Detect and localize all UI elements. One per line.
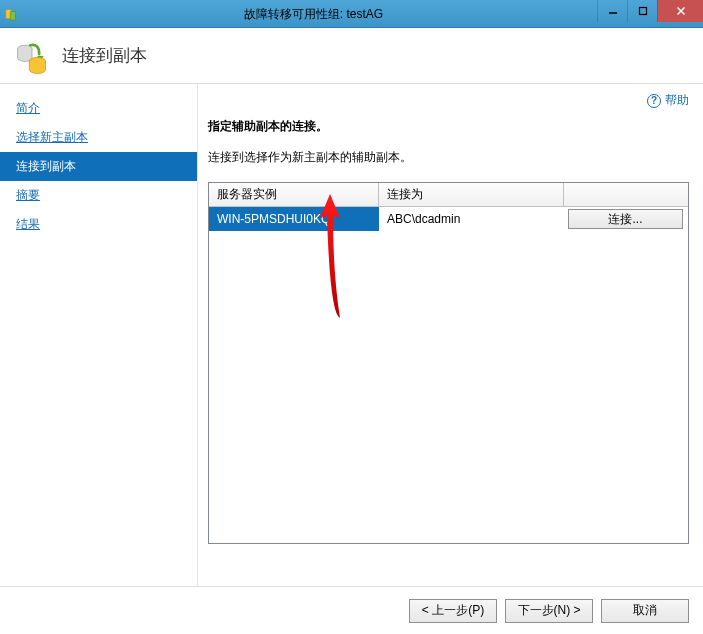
next-button[interactable]: 下一步(N) > xyxy=(505,599,593,623)
nav-item-connect-replica[interactable]: 连接到副本 xyxy=(0,152,197,181)
nav-item-intro[interactable]: 简介 xyxy=(0,94,197,123)
help-icon: ? xyxy=(647,94,661,108)
connect-button[interactable]: 连接... xyxy=(568,209,683,229)
close-button[interactable] xyxy=(657,0,703,22)
svg-rect-1 xyxy=(10,11,15,20)
cell-connect-as: ABC\dcadmin xyxy=(379,207,564,231)
nav-item-summary[interactable]: 摘要 xyxy=(0,181,197,210)
cancel-button[interactable]: 取消 xyxy=(601,599,689,623)
table-row[interactable]: WIN-5PMSDHUI0KQ ABC\dcadmin 连接... xyxy=(209,207,688,231)
window-controls xyxy=(597,0,703,22)
cell-action: 连接... xyxy=(564,207,688,231)
wizard-nav-sidebar: 简介 选择新主副本 连接到副本 摘要 结果 xyxy=(0,84,198,586)
cell-server-instance: WIN-5PMSDHUI0KQ xyxy=(209,207,379,231)
table-header-instance[interactable]: 服务器实例 xyxy=(209,183,379,206)
instruction-heading: 指定辅助副本的连接。 xyxy=(208,118,689,135)
page-title: 连接到副本 xyxy=(62,44,147,67)
nav-item-results[interactable]: 结果 xyxy=(0,210,197,239)
table-header-connect-as[interactable]: 连接为 xyxy=(379,183,564,206)
page-header: 连接到副本 xyxy=(0,28,703,84)
table-body: WIN-5PMSDHUI0KQ ABC\dcadmin 连接... xyxy=(209,207,688,543)
help-label: 帮助 xyxy=(665,92,689,109)
previous-button[interactable]: < 上一步(P) xyxy=(409,599,497,623)
help-link[interactable]: ? 帮助 xyxy=(647,92,689,109)
maximize-button[interactable] xyxy=(627,0,657,22)
content-area: 简介 选择新主副本 连接到副本 摘要 结果 ? 帮助 指定辅助副本的连接。 连接… xyxy=(0,84,703,586)
database-failover-icon xyxy=(14,38,50,74)
svg-rect-3 xyxy=(639,8,646,15)
app-icon xyxy=(0,0,24,27)
nav-item-select-primary[interactable]: 选择新主副本 xyxy=(0,123,197,152)
title-bar: 故障转移可用性组: testAG xyxy=(0,0,703,28)
table-header-action xyxy=(564,183,688,206)
wizard-footer: < 上一步(P) 下一步(N) > 取消 xyxy=(0,586,703,634)
minimize-button[interactable] xyxy=(597,0,627,22)
replica-connection-table: 服务器实例 连接为 WIN-5PMSDHUI0KQ ABC\dcadmin 连接… xyxy=(208,182,689,544)
instruction-subtext: 连接到选择作为新主副本的辅助副本。 xyxy=(208,149,689,166)
table-header-row: 服务器实例 连接为 xyxy=(209,183,688,207)
main-panel: ? 帮助 指定辅助副本的连接。 连接到选择作为新主副本的辅助副本。 服务器实例 … xyxy=(198,84,703,586)
